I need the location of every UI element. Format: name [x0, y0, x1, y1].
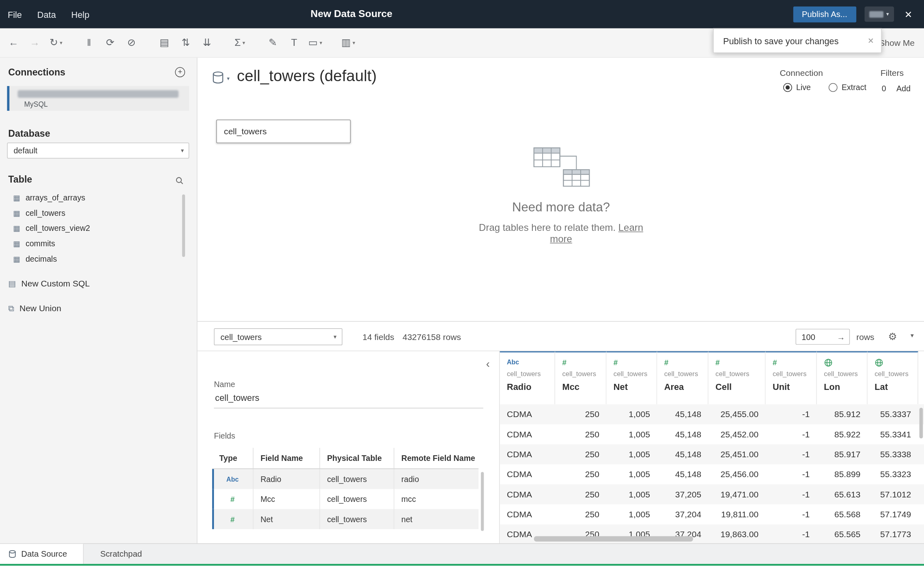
fields-scrollbar[interactable]	[481, 472, 484, 531]
table-item-commits[interactable]: ▦commits	[0, 236, 197, 251]
grid-cell[interactable]: 1,005	[606, 464, 657, 484]
grid-cell[interactable]: 65.568	[817, 504, 868, 524]
radio-live[interactable]: Live	[783, 83, 811, 92]
caret-down-icon[interactable]: ▾	[227, 75, 230, 82]
user-menu-button[interactable]: ▾	[864, 6, 894, 22]
grid-cell[interactable]: 55.3341	[868, 424, 918, 444]
grid-cell[interactable]: 25,452.00	[709, 424, 766, 444]
grid-cell[interactable]: 1,005	[606, 504, 657, 524]
refresh-icon[interactable]: ⟳	[101, 34, 119, 52]
menu-file[interactable]: File	[0, 0, 30, 28]
grid-cell[interactable]: 250	[555, 444, 606, 464]
grid-cell[interactable]: 55.3338	[868, 444, 918, 464]
grid-cell[interactable]: 85.899	[817, 464, 868, 484]
sidebar-scrollbar[interactable]	[182, 194, 185, 257]
name-input[interactable]: cell_towers	[215, 392, 259, 402]
grid-cell[interactable]: 57.1012	[868, 484, 918, 504]
new-custom-sql[interactable]: ▤ New Custom SQL	[8, 276, 90, 291]
collapse-preview-icon[interactable]: ▾	[911, 332, 914, 340]
col-remote-field-name[interactable]: Remote Field Name	[394, 448, 479, 469]
grid-cell[interactable]: CDMA	[500, 404, 556, 424]
grid-column-header-unit[interactable]: #cell_towersUnit	[766, 351, 817, 405]
grid-cell[interactable]: 1,005	[606, 424, 657, 444]
col-physical-table[interactable]: Physical Table	[320, 448, 394, 469]
grid-column-header-lat[interactable]: cell_towersLat	[868, 351, 918, 405]
col-type[interactable]: Type	[212, 448, 254, 469]
grid-column-header-radio[interactable]: Abccell_towersRadio	[500, 351, 556, 405]
connection-item[interactable]: MySQL	[7, 86, 189, 111]
highlight-icon[interactable]: ✎	[264, 34, 282, 52]
grid-cell[interactable]: CDMA	[500, 424, 556, 444]
cancel-update-icon[interactable]: ⊘	[123, 34, 140, 52]
gear-icon[interactable]: ⚙	[888, 331, 897, 343]
grid-cell[interactable]: 55.3323	[868, 464, 918, 484]
field-row-radio[interactable]: AbcRadiocell_towersradio	[212, 469, 478, 489]
table-item-arrays_of_arrays[interactable]: ▦arrays_of_arrays	[0, 190, 197, 205]
new-datasource-icon[interactable]: ▤	[155, 34, 173, 52]
grid-cell[interactable]: 37,204	[657, 504, 708, 524]
show-chart-icon[interactable]: ▥▾	[340, 34, 358, 52]
add-connection-button[interactable]: +	[175, 67, 185, 77]
preview-table-select[interactable]: cell_towers ▾	[214, 328, 342, 345]
grid-cell[interactable]: 25,456.00	[709, 464, 766, 484]
grid-cell[interactable]: -1	[766, 504, 817, 524]
field-row-net[interactable]: #Netcell_towersnet	[212, 509, 478, 529]
grid-column-header-cell[interactable]: #cell_towersCell	[709, 351, 766, 405]
grid-cell[interactable]: -1	[766, 464, 817, 484]
grid-cell[interactable]: 1,005	[606, 404, 657, 424]
grid-cell[interactable]: CDMA	[500, 464, 556, 484]
grid-cell[interactable]: -1	[766, 484, 817, 504]
grid-cell[interactable]: 250	[555, 424, 606, 444]
grid-cell[interactable]: CDMA	[500, 444, 556, 464]
grid-cell[interactable]: 19,811.00	[709, 504, 766, 524]
search-icon[interactable]	[175, 176, 184, 187]
grid-cell[interactable]: CDMA	[500, 484, 556, 504]
grid-column-header-area[interactable]: #cell_towersArea	[657, 351, 708, 405]
show-me-button[interactable]: Show Me	[879, 38, 915, 47]
grid-cell[interactable]: 45,148	[657, 464, 708, 484]
filters-add-button[interactable]: Add	[896, 84, 911, 93]
grid-column-header-net[interactable]: #cell_towersNet	[606, 351, 657, 405]
grid-cell[interactable]: 37,205	[657, 484, 708, 504]
replay-icon[interactable]: ↻▾	[47, 34, 65, 52]
grid-column-header-mcc[interactable]: #cell_towersMcc	[555, 351, 606, 405]
table-card-cell-towers[interactable]: cell_towers	[216, 120, 351, 143]
grid-cell[interactable]: 25,451.00	[709, 444, 766, 464]
grid-vscrollbar[interactable]	[920, 408, 923, 439]
row-count-input[interactable]: 100 →	[796, 329, 850, 344]
grid-cell[interactable]: 45,148	[657, 404, 708, 424]
publish-as-button[interactable]: Publish As...	[793, 6, 856, 22]
menu-data[interactable]: Data	[30, 0, 64, 28]
grid-cell[interactable]: 250	[555, 404, 606, 424]
sort-descending-icon[interactable]: ⇊	[198, 34, 216, 52]
table-item-cell_towers[interactable]: ▦cell_towers	[0, 205, 197, 220]
grid-cell[interactable]: 1,005	[606, 484, 657, 504]
pause-updates-icon[interactable]: ‖	[80, 34, 98, 52]
totals-icon[interactable]: Σ▾	[231, 34, 249, 52]
sort-ascending-icon[interactable]: ⇅	[177, 34, 195, 52]
grid-cell[interactable]: -1	[766, 424, 817, 444]
grid-cell[interactable]: 85.922	[817, 424, 868, 444]
new-union[interactable]: ⧉ New Union	[8, 301, 61, 316]
collapse-metadata-icon[interactable]: ‹	[486, 358, 490, 370]
grid-cell[interactable]: 19,471.00	[709, 484, 766, 504]
fit-icon[interactable]: ▭▾	[306, 34, 324, 52]
menu-help[interactable]: Help	[64, 0, 97, 28]
grid-cell[interactable]: -1	[766, 444, 817, 464]
window-close-button[interactable]: ✕	[902, 7, 915, 21]
grid-cell[interactable]: 45,148	[657, 444, 708, 464]
table-item-decimals[interactable]: ▦decimals	[0, 251, 197, 267]
field-row-mcc[interactable]: #Mcccell_towersmcc	[212, 489, 478, 509]
grid-cell[interactable]: 55.3337	[868, 404, 918, 424]
undo-icon[interactable]: ←	[5, 34, 23, 52]
grid-cell[interactable]: CDMA	[500, 504, 556, 524]
tab-data-source[interactable]: Data Source	[0, 544, 84, 564]
redo-icon[interactable]: →	[26, 34, 44, 52]
database-select[interactable]: default ▾	[7, 142, 189, 158]
grid-cell[interactable]: 250	[555, 464, 606, 484]
grid-column-header-lon[interactable]: cell_towersLon	[817, 351, 868, 405]
grid-cell[interactable]: 25,455.00	[709, 404, 766, 424]
grid-cell[interactable]: 250	[555, 484, 606, 504]
grid-cell[interactable]: 1,005	[606, 444, 657, 464]
grid-cell[interactable]: -1	[766, 404, 817, 424]
